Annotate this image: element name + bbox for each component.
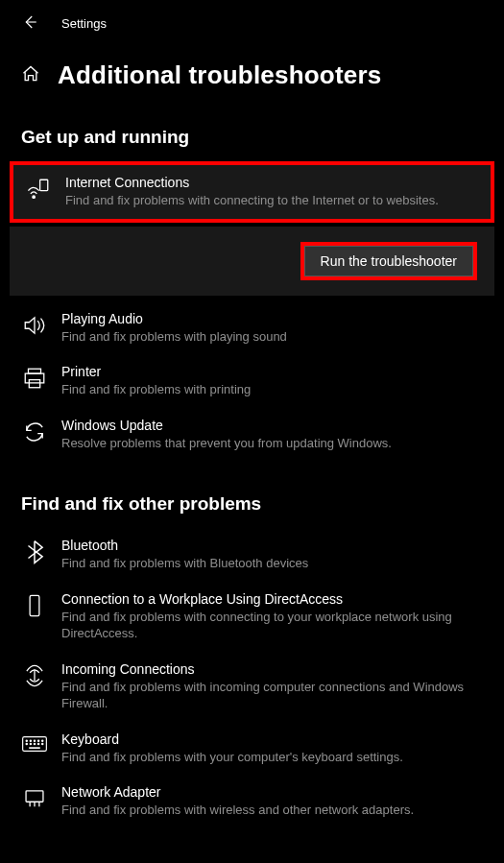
list-get-up-rest: Playing Audio Find and fix problems with… [0, 301, 504, 466]
home-icon[interactable] [21, 64, 40, 86]
svg-rect-2 [29, 369, 41, 373]
section-title-get-up: Get up and running [0, 109, 504, 161]
svg-point-9 [26, 740, 27, 741]
list-get-up: Internet Connections Find and fix proble… [0, 161, 504, 227]
troubleshooter-internet-connections[interactable]: Internet Connections Find and fix proble… [10, 161, 494, 223]
back-button[interactable] [21, 13, 38, 34]
item-text: Internet Connections Find and fix proble… [65, 175, 479, 209]
svg-rect-20 [26, 791, 43, 802]
run-troubleshooter-row: Run the troubleshooter [10, 227, 494, 296]
item-text: Keyboard Find and fix problems with your… [61, 731, 483, 766]
svg-point-16 [34, 743, 35, 744]
page-title: Additional troubleshooters [58, 60, 381, 90]
printer-icon [21, 366, 48, 393]
internet-icon [25, 177, 52, 204]
update-icon [21, 420, 48, 446]
item-desc: Find and fix problems with printing [61, 381, 483, 398]
item-text: Windows Update Resolve problems that pre… [61, 418, 483, 452]
troubleshooter-windows-update[interactable]: Windows Update Resolve problems that pre… [10, 408, 494, 462]
bluetooth-icon [21, 539, 48, 566]
keyboard-icon [21, 733, 48, 760]
page-title-row: Additional troubleshooters [0, 47, 504, 109]
svg-rect-3 [25, 373, 44, 383]
troubleshooter-keyboard[interactable]: Keyboard Find and fix problems with your… [10, 722, 494, 776]
svg-point-1 [33, 196, 35, 198]
run-troubleshooter-button[interactable]: Run the troubleshooter [304, 246, 473, 276]
item-desc: Find and fix problems with connecting to… [61, 609, 483, 642]
svg-rect-0 [40, 180, 48, 190]
item-name: Keyboard [61, 731, 483, 747]
item-name: Connection to a Workplace Using DirectAc… [61, 591, 483, 607]
troubleshooter-bluetooth[interactable]: Bluetooth Find and fix problems with Blu… [10, 528, 494, 582]
network-adapter-icon [21, 786, 48, 813]
svg-point-15 [30, 743, 31, 744]
item-desc: Resolve problems that prevent you from u… [61, 435, 483, 452]
item-name: Incoming Connections [61, 661, 483, 677]
arrow-left-icon [21, 13, 38, 31]
item-desc: Find and fix problems with connecting to… [65, 192, 479, 209]
svg-point-10 [30, 740, 31, 741]
section-title-other: Find and fix other problems [0, 465, 504, 528]
svg-rect-4 [29, 380, 39, 388]
incoming-icon [21, 663, 48, 690]
troubleshooter-workplace-directaccess[interactable]: Connection to a Workplace Using DirectAc… [10, 582, 494, 652]
item-desc: Find and fix problems with your computer… [61, 749, 483, 766]
item-name: Windows Update [61, 418, 483, 433]
item-name: Printer [61, 364, 483, 379]
app-title: Settings [61, 16, 107, 31]
troubleshooter-network-adapter[interactable]: Network Adapter Find and fix problems wi… [10, 775, 494, 828]
svg-point-11 [34, 740, 35, 741]
svg-rect-5 [30, 595, 39, 615]
svg-point-12 [37, 740, 38, 741]
item-text: Playing Audio Find and fix problems with… [61, 311, 483, 346]
item-desc: Find and fix problems with playing sound [61, 328, 483, 346]
run-highlight: Run the troubleshooter [300, 242, 477, 280]
item-desc: Find and fix problems with Bluetooth dev… [61, 555, 483, 572]
audio-icon [21, 313, 48, 340]
list-other: Bluetooth Find and fix problems with Blu… [0, 528, 504, 832]
item-text: Printer Find and fix problems with print… [61, 364, 483, 398]
item-text: Network Adapter Find and fix problems wi… [61, 784, 483, 819]
troubleshooter-printer[interactable]: Printer Find and fix problems with print… [10, 354, 494, 408]
svg-point-18 [42, 743, 43, 744]
svg-point-13 [42, 740, 43, 741]
item-text: Bluetooth Find and fix problems with Blu… [61, 538, 483, 572]
item-name: Internet Connections [65, 175, 479, 190]
item-name: Bluetooth [61, 538, 483, 553]
window-header: Settings [0, 0, 504, 47]
troubleshooter-incoming-connections[interactable]: Incoming Connections Find and fix proble… [10, 652, 494, 722]
svg-point-17 [37, 743, 38, 744]
item-name: Playing Audio [61, 311, 483, 326]
item-text: Connection to a Workplace Using DirectAc… [61, 591, 483, 642]
item-text: Incoming Connections Find and fix proble… [61, 661, 483, 712]
item-desc: Find and fix problems with wireless and … [61, 802, 483, 819]
troubleshooter-playing-audio[interactable]: Playing Audio Find and fix problems with… [10, 301, 494, 355]
svg-point-14 [26, 743, 27, 744]
workplace-icon [21, 593, 48, 620]
item-name: Network Adapter [61, 784, 483, 800]
item-desc: Find and fix problems with incoming comp… [61, 679, 483, 712]
